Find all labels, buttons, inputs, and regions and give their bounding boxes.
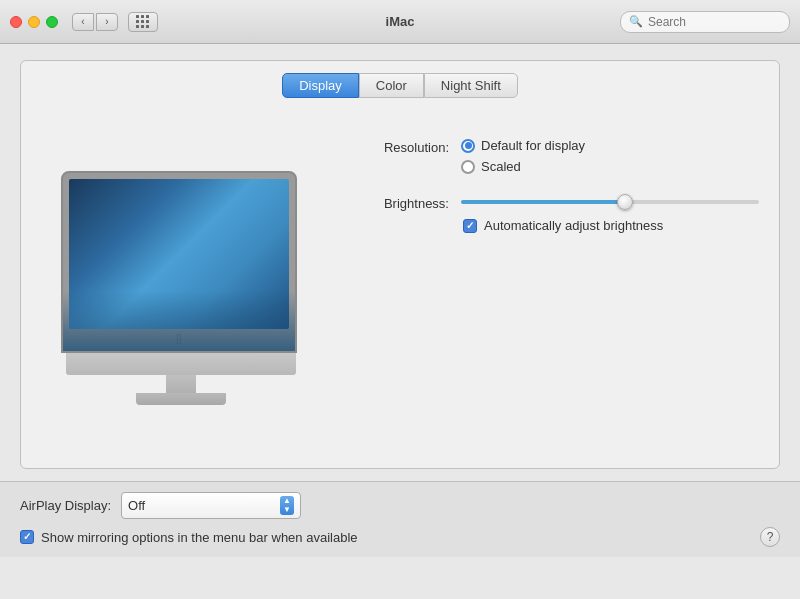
mirroring-checkmark-icon: ✓ (23, 532, 31, 542)
resolution-default-label: Default for display (481, 138, 585, 153)
imac-base (136, 393, 226, 405)
imac-illustration:  (41, 128, 321, 448)
resolution-default-option[interactable]: Default for display (461, 138, 759, 153)
resolution-scaled-option[interactable]: Scaled (461, 159, 759, 174)
traffic-lights (10, 16, 58, 28)
resolution-default-radio[interactable] (461, 139, 475, 153)
resolution-scaled-radio[interactable] (461, 160, 475, 174)
search-box[interactable]: 🔍 (620, 11, 790, 33)
brightness-controls: ✓ Automatically adjust brightness (461, 194, 759, 233)
imac-screen (69, 179, 289, 329)
maximize-button[interactable] (46, 16, 58, 28)
imac-image:  (61, 171, 301, 405)
grid-icon (136, 15, 150, 29)
window-title: iMac (386, 14, 415, 29)
forward-button[interactable]: › (96, 13, 118, 31)
mirroring-left: ✓ Show mirroring options in the menu bar… (20, 530, 358, 545)
select-up-arrow: ▲ (283, 497, 291, 505)
screen-decoration (69, 291, 289, 329)
grid-button[interactable] (128, 12, 158, 32)
main-content: Display Color Night Shift  (0, 44, 800, 469)
nav-buttons: ‹ › (72, 13, 118, 31)
resolution-label: Resolution: (361, 138, 461, 155)
brightness-slider-row (461, 194, 759, 210)
resolution-controls: Default for display Scaled (461, 138, 759, 180)
minimize-button[interactable] (28, 16, 40, 28)
imac-chin (66, 353, 296, 375)
resolution-row: Resolution: Default for display Scaled (361, 138, 759, 180)
auto-brightness-row[interactable]: ✓ Automatically adjust brightness (463, 218, 759, 233)
titlebar-left-controls: ‹ › (10, 12, 158, 32)
resolution-scaled-label: Scaled (481, 159, 521, 174)
select-arrows-icon: ▲ ▼ (280, 496, 294, 515)
settings-panel: Resolution: Default for display Scaled (361, 128, 759, 448)
tab-color[interactable]: Color (359, 73, 424, 98)
select-down-arrow: ▼ (283, 506, 291, 514)
mirroring-label: Show mirroring options in the menu bar w… (41, 530, 358, 545)
bottom-bar: AirPlay Display: Off ▲ ▼ ✓ Show mirrorin… (0, 481, 800, 557)
brightness-slider-thumb[interactable] (617, 194, 633, 210)
titlebar: ‹ › iMac 🔍 (0, 0, 800, 44)
auto-brightness-label: Automatically adjust brightness (484, 218, 663, 233)
airplay-label: AirPlay Display: (20, 498, 111, 513)
close-button[interactable] (10, 16, 22, 28)
auto-brightness-checkbox[interactable]: ✓ (463, 219, 477, 233)
imac-neck (166, 375, 196, 393)
tab-night-shift[interactable]: Night Shift (424, 73, 518, 98)
back-button[interactable]: ‹ (72, 13, 94, 31)
search-input[interactable] (648, 15, 778, 29)
mirroring-checkbox[interactable]: ✓ (20, 530, 34, 544)
tab-bar: Display Color Night Shift (21, 61, 779, 108)
imac-screen-outer:  (61, 171, 297, 353)
display-panel:  Resolution: De (21, 108, 779, 468)
checkmark-icon: ✓ (466, 221, 474, 231)
mirroring-row: ✓ Show mirroring options in the menu bar… (20, 527, 780, 547)
airplay-row: AirPlay Display: Off ▲ ▼ (20, 492, 780, 519)
search-icon: 🔍 (629, 15, 643, 28)
brightness-label: Brightness: (361, 194, 461, 211)
brightness-row: Brightness: ✓ (361, 194, 759, 233)
brightness-slider-track (461, 200, 759, 204)
help-button[interactable]: ? (760, 527, 780, 547)
tab-panel: Display Color Night Shift  (20, 60, 780, 469)
airplay-value: Off (128, 498, 145, 513)
tab-display[interactable]: Display (282, 73, 359, 98)
brightness-slider-container[interactable] (461, 194, 759, 210)
airplay-select[interactable]: Off ▲ ▼ (121, 492, 301, 519)
